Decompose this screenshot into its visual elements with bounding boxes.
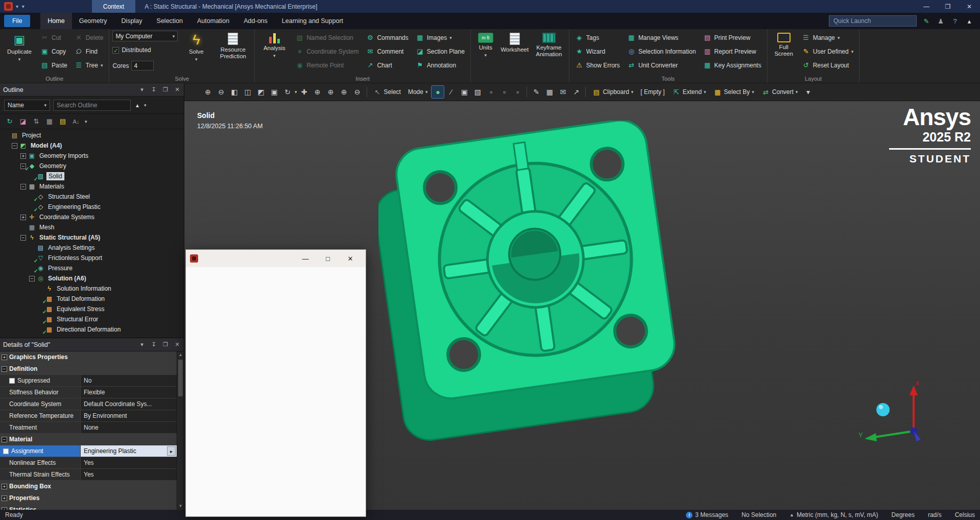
message-icon[interactable]: ✉ (557, 86, 569, 98)
details-row-reference-temperature[interactable]: Reference TemperatureBy Environment (0, 410, 177, 422)
app-icon[interactable] (4, 2, 13, 11)
refresh-icon[interactable]: ↻ (5, 117, 14, 125)
clipboard-dropdown[interactable]: ▤Clipboard▾ (589, 86, 636, 98)
filter-more-icon[interactable]: ▾ (144, 103, 147, 108)
details-pin-icon[interactable]: ↧ (150, 341, 157, 348)
tab-automation[interactable]: Automation (190, 13, 236, 29)
tree-item-static-structural-a5[interactable]: −ϟStatic Structural (A5) (0, 232, 184, 243)
select-mode-button[interactable]: ↖Select (370, 86, 404, 98)
floating-window-titlebar[interactable]: — □ ✕ (186, 250, 366, 267)
select-vertex-icon[interactable]: ● (432, 86, 444, 98)
select-filter-3-icon[interactable]: ▫ (511, 86, 523, 98)
annotation-button[interactable]: ⚑Annotation (413, 58, 467, 72)
remote-point-button[interactable]: ◉Remote Point (293, 58, 361, 72)
box-zoom-icon[interactable]: ◧ (228, 86, 241, 98)
images-button[interactable]: ▦Images▾ (413, 31, 467, 44)
details-row-coordinate-system[interactable]: Coordinate SystemDefault Coordinate Sys.… (0, 398, 177, 410)
search-outline-input[interactable] (53, 100, 131, 111)
collapse-icon[interactable]: − (12, 143, 17, 149)
tree-item-directional-deformation[interactable]: ▩✓Directional Deformation (0, 324, 184, 335)
property-value[interactable]: No (81, 375, 177, 386)
details-row-treatment[interactable]: TreatmentNone (0, 422, 177, 434)
duplicate-button[interactable]: ▣ Duplicate ▾ (3, 31, 36, 74)
delete-button[interactable]: ✕Delete (72, 31, 106, 44)
property-value[interactable]: By Environment (81, 410, 177, 421)
details-row-statistics[interactable]: +Statistics (0, 504, 177, 510)
select-face-icon[interactable]: ▣ (458, 86, 470, 98)
collapse-icon[interactable]: − (29, 276, 35, 281)
dialog-minimize-button[interactable]: — (294, 250, 317, 267)
convert-dropdown[interactable]: ⇄Convert▾ (758, 86, 801, 98)
select-by-dropdown[interactable]: ▦Select By▾ (710, 86, 757, 98)
property-value[interactable]: Yes (81, 469, 177, 480)
scroll-down-icon[interactable]: ▼ (177, 503, 184, 510)
unit-converter-button[interactable]: ⇄Unit Converter (625, 58, 699, 72)
tree-item-pressure[interactable]: ◉✓Pressure (0, 263, 184, 273)
tree-item-structural-error[interactable]: ▩✓Structural Error (0, 314, 184, 324)
worksheet-button[interactable]: Worksheet (499, 31, 530, 74)
messages-status[interactable]: i3 Messages (686, 511, 728, 518)
tree-toolbar-more-icon[interactable]: ▾ (85, 119, 87, 124)
paste-button[interactable]: ▤Paste (38, 58, 70, 72)
zoom-to-fit-icon[interactable]: ◫ (242, 86, 254, 98)
tree-item-engineering-plastic[interactable]: ◇✓Engineering Plastic (0, 202, 184, 212)
keyframe-animation-button[interactable]: Keyframe Animation (532, 31, 566, 74)
tree-item-model-a4[interactable]: −◩Model (A4) (0, 140, 184, 151)
help-icon[interactable]: ? (950, 17, 960, 25)
value-dropdown-button[interactable]: ▸ (167, 446, 176, 456)
user-defined-button[interactable]: ✎User Defined▾ (799, 44, 856, 58)
account-icon[interactable]: ♟ (936, 17, 945, 25)
expand-icon[interactable]: + (20, 153, 26, 159)
outline-close-icon[interactable]: ✕ (174, 86, 181, 93)
cores-input[interactable] (131, 61, 154, 70)
property-value[interactable]: Yes (81, 457, 177, 468)
details-row-suppressed[interactable]: SuppressedNo (0, 375, 177, 387)
expand-icon[interactable]: + (20, 215, 26, 220)
tree-item-solution-information[interactable]: ϟSolution Information (0, 283, 184, 294)
find-button[interactable]: ϘFind (72, 44, 106, 58)
scroll-up-icon[interactable]: ▲ (177, 351, 184, 359)
chart-tool-icon[interactable]: ↗ (570, 86, 582, 98)
tree-item-project[interactable]: ▤Project (0, 130, 184, 140)
collapse-icon[interactable]: − (20, 184, 26, 190)
details-row-assignment[interactable]: AssignmentEngineering Plastic▸ (0, 445, 177, 457)
eraser-icon[interactable]: ◪ (18, 117, 28, 125)
zoom-tool-icon[interactable]: ⊕ (312, 86, 324, 98)
wireframe-icon[interactable]: ▦ (543, 86, 556, 98)
float-icon[interactable]: ❐ (162, 86, 169, 93)
filter-collapse-icon[interactable]: ▴ (134, 102, 141, 109)
details-row-bounding-box[interactable]: +Bounding Box (0, 481, 177, 492)
solve-button[interactable]: ϟ Solve ▾ (180, 31, 212, 74)
tree-button[interactable]: ☰Tree▾ (72, 58, 106, 72)
zoom-box-tool-icon[interactable]: ⊕ (325, 86, 337, 98)
rotate-icon[interactable]: ↻ (281, 86, 294, 98)
filter-type-dropdown[interactable]: Name▾ (4, 100, 50, 111)
temperature-status[interactable]: Celsius (955, 511, 975, 518)
toolbar-overflow-icon[interactable]: ▾ (802, 86, 814, 98)
close-button[interactable]: ✕ (959, 0, 980, 13)
tab-geometry[interactable]: Geometry (72, 13, 114, 29)
named-selection-button[interactable]: ▧Named Selection (293, 31, 361, 44)
angle-status[interactable]: Degrees (892, 511, 915, 518)
reset-layout-button[interactable]: ↺Reset Layout (799, 58, 856, 72)
details-row-definition[interactable]: −Definition (0, 363, 177, 375)
tab-selection[interactable]: Selection (150, 13, 190, 29)
details-row-nonlinear-effects[interactable]: Nonlinear EffectsYes (0, 457, 177, 469)
tab-home[interactable]: Home (40, 13, 71, 29)
outline-menu-icon[interactable]: ▾ (138, 86, 146, 93)
analysis-button[interactable]: Analysis ▾ (258, 31, 291, 74)
tree-item-equivalent-stress[interactable]: ▩✓Equivalent Stress (0, 304, 184, 314)
cut-button[interactable]: ✂Cut (38, 31, 70, 44)
floating-window[interactable]: — □ ✕ (185, 249, 366, 517)
context-tab[interactable]: Context (92, 0, 135, 13)
isometric-view-icon[interactable]: ◩ (255, 86, 267, 98)
show-errors-button[interactable]: ⚠Show Errors (572, 58, 623, 72)
chart-button[interactable]: ↗Chart (363, 58, 411, 72)
sort-icon[interactable]: ⇅ (32, 117, 41, 125)
tree-item-geometry-imports[interactable]: +▣Geometry Imports (0, 151, 184, 161)
select-edge-icon[interactable]: ∕ (445, 86, 457, 98)
details-row-properties[interactable]: +Properties (0, 492, 177, 504)
tree-item-solid[interactable]: ▧✓Solid (0, 171, 184, 181)
mode-dropdown[interactable]: Mode▾ (405, 86, 431, 98)
pin-icon[interactable]: ↧ (150, 86, 157, 93)
